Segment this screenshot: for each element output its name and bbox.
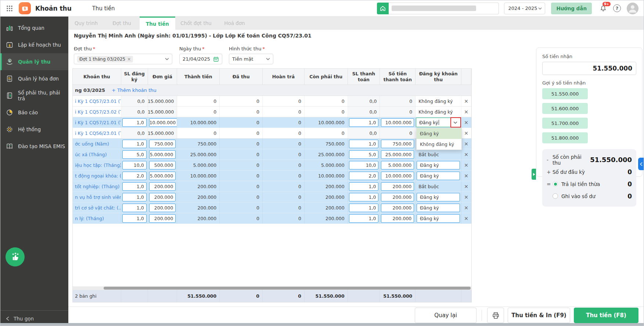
- unit_price-input[interactable]: 10.000.000: [149, 118, 177, 127]
- amount_pay-input[interactable]: 200.000: [381, 204, 414, 212]
- qty_reg-input[interactable]: 1,0: [122, 193, 147, 201]
- unit_price-input[interactable]: 200.000: [149, 204, 176, 212]
- delete-row-button[interactable]: ×: [461, 192, 471, 202]
- tab-2[interactable]: Đợt thu: [104, 17, 140, 30]
- horizontal-scrollbar-thumb[interactable]: [104, 287, 471, 290]
- delete-row-button[interactable]: ×: [461, 128, 471, 138]
- delete-row-button[interactable]: ×: [461, 171, 471, 181]
- collect-button[interactable]: Thu tiền (F8): [574, 308, 638, 323]
- qty_pay-input[interactable]: 10,0: [349, 161, 379, 169]
- print-button[interactable]: [487, 308, 504, 323]
- amount_pay-input[interactable]: 200.000: [381, 182, 414, 191]
- delete-row-button[interactable]: ×: [461, 181, 471, 191]
- cell-fee-name[interactable]: iệu học tập: (Tháng): [73, 160, 121, 170]
- qty_reg-input[interactable]: 1,0: [122, 182, 147, 191]
- dot-thu-select[interactable]: Đợt 1 tháng 03/2025 ×: [74, 54, 172, 64]
- dot-thu-chip[interactable]: Đợt 1 tháng 03/2025 ×: [77, 56, 133, 62]
- tab-1[interactable]: Quy trình: [68, 17, 104, 30]
- received-amount-input[interactable]: 51.550.000: [542, 62, 636, 75]
- amount_pay-input[interactable]: 5.000.000: [381, 161, 414, 169]
- suggestion-chip[interactable]: 51.700.000: [542, 118, 588, 129]
- calendar-icon[interactable]: [213, 56, 219, 62]
- delete-row-button[interactable]: ×: [461, 139, 471, 149]
- qty_reg-input[interactable]: 2,0: [122, 172, 147, 180]
- register-select[interactable]: Đăng ký: [417, 161, 460, 169]
- chip-remove-icon[interactable]: ×: [127, 57, 131, 62]
- add-fee-link[interactable]: + Thêm khoản thu: [112, 87, 156, 93]
- cell-fee-name[interactable]: i Kỳ 1 CQ57/23.01 (T...: [73, 96, 121, 106]
- qty_pay-input[interactable]: 1,0: [349, 204, 379, 212]
- notifications-button[interactable]: 9+: [598, 4, 608, 13]
- guide-button[interactable]: Hướng dẫn: [551, 3, 592, 14]
- sidebar-item-ledger[interactable]: $Sổ phải thu, phải trả: [0, 87, 68, 104]
- qty_reg-input[interactable]: 10,0: [122, 161, 147, 169]
- unit_price-input[interactable]: 750.000: [149, 140, 176, 148]
- tab-5[interactable]: Hoá đơn: [217, 17, 252, 30]
- combobox-chevron-button[interactable]: [452, 118, 458, 127]
- register-select[interactable]: Đăng ký: [417, 172, 460, 180]
- delete-row-button[interactable]: ×: [461, 96, 471, 106]
- cell-fee-name[interactable]: trì cơ sở vật chất: (...: [73, 203, 121, 213]
- qty_pay-input[interactable]: 1,0: [349, 140, 379, 148]
- cell-fee-name[interactable]: i Kỳ 1 CQ56/23.01 (T...: [73, 128, 121, 138]
- app-launcher-button[interactable]: [5, 4, 14, 13]
- qty_pay-input[interactable]: 2,0: [349, 172, 379, 180]
- sidebar-item-hand-coin[interactable]: $Quản lý thu: [0, 53, 68, 70]
- amount_pay-input[interactable]: 10.000.000: [381, 118, 414, 127]
- radio-unselected[interactable]: [553, 193, 558, 199]
- expand-panel-button[interactable]: [532, 169, 536, 180]
- home-button[interactable]: [377, 3, 389, 14]
- suggestion-chip[interactable]: 51.600.000: [542, 103, 588, 114]
- back-button[interactable]: Quay lại: [415, 308, 476, 323]
- collect-print-button[interactable]: Thu tiền & In (F9): [508, 308, 570, 323]
- unit_price-input[interactable]: 200.000: [149, 193, 176, 201]
- delete-row-button[interactable]: ×: [461, 117, 471, 128]
- unit_price-input[interactable]: 5.000.000: [149, 172, 176, 180]
- cell-fee-name[interactable]: n lý: (Tháng): [73, 213, 121, 223]
- delete-row-button[interactable]: ×: [461, 213, 471, 223]
- suggestion-chip[interactable]: 51.800.000: [542, 132, 588, 143]
- horizontal-scrollbar-track[interactable]: [73, 286, 471, 290]
- delete-row-button[interactable]: ×: [461, 149, 471, 160]
- school-year-select[interactable]: 2024 - 2025: [504, 3, 545, 14]
- qty_reg-input[interactable]: 1,0: [122, 204, 147, 212]
- avatar[interactable]: [627, 3, 638, 14]
- hinh-thuc-thu-select[interactable]: Tiền mặt: [229, 54, 273, 64]
- radio-selected[interactable]: [553, 181, 558, 187]
- delete-row-button[interactable]: ×: [461, 203, 471, 213]
- delete-row-button[interactable]: ×: [461, 160, 471, 170]
- cell-fee-name[interactable]: n vụ hỗ trợ sinh viên:...: [73, 192, 121, 202]
- unit_price-input[interactable]: 200.000: [149, 182, 176, 191]
- collapse-panel-button[interactable]: [638, 158, 644, 170]
- unit_price-input[interactable]: 200.000: [149, 214, 176, 223]
- sidebar-item-gear[interactable]: Hệ thống: [0, 121, 68, 138]
- delete-row-button[interactable]: ×: [461, 107, 471, 117]
- sidebar-item-bar-chart[interactable]: Tổng quan: [0, 19, 68, 36]
- sidebar-item-pie-chart[interactable]: Báo cáo: [0, 104, 68, 121]
- qty_pay-input[interactable]: 1,0: [349, 214, 379, 223]
- amount_pay-input[interactable]: 750.000: [381, 140, 414, 148]
- cell-fee-name[interactable]: úc xá (Tháng): [73, 149, 121, 160]
- tab-3[interactable]: Thu tiền: [140, 17, 175, 30]
- tab-4[interactable]: Chốt đợt thu: [175, 17, 217, 30]
- qty_pay-input[interactable]: 1,0: [349, 118, 379, 127]
- amount_pay-input[interactable]: 10.000.000: [381, 172, 414, 180]
- cell-fee-name[interactable]: i Kỳ 1 CQ57/23.02 (T...: [73, 107, 121, 117]
- register-select[interactable]: Đăng ký: [417, 204, 460, 212]
- qty_pay-input[interactable]: 1,0: [349, 193, 379, 201]
- dropdown-option[interactable]: Không đăng ký: [417, 139, 461, 150]
- help-icon[interactable]: ?: [613, 4, 621, 12]
- qty_reg-input[interactable]: 5,0: [122, 150, 147, 159]
- amount_pay-input[interactable]: 200.000: [381, 214, 414, 223]
- ngay-thu-date-input[interactable]: 21/04/2025: [179, 54, 222, 64]
- qty_reg-input[interactable]: 1,0: [122, 118, 147, 127]
- qty_reg-input[interactable]: 1,0: [122, 140, 147, 148]
- cell-fee-name[interactable]: i Kỳ 1 CQ57/21.01 (T...: [73, 117, 121, 128]
- unit_price-input[interactable]: 500.000: [149, 161, 176, 169]
- register-combobox[interactable]: Đăng ký: [416, 118, 461, 127]
- qty_reg-input[interactable]: 1,0: [122, 214, 147, 223]
- suggestion-chip[interactable]: 51.550.000: [542, 88, 588, 99]
- search-input[interactable]: [389, 3, 499, 14]
- register-select[interactable]: Đăng ký: [417, 214, 460, 223]
- amount_pay-input[interactable]: 200.000: [381, 193, 414, 201]
